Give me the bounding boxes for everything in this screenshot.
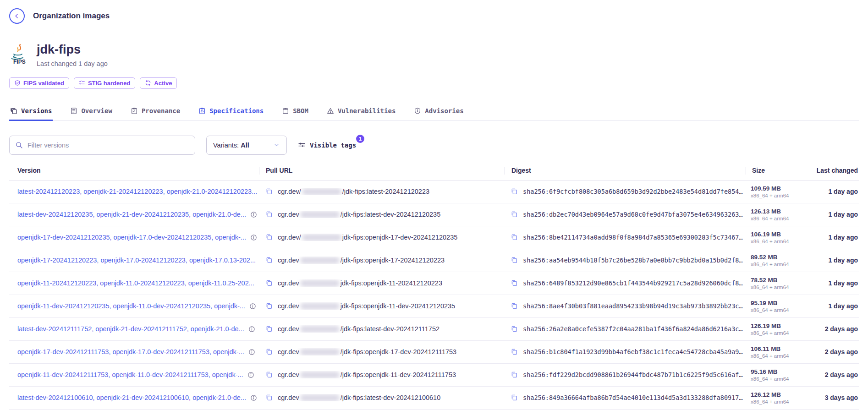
badge-stig-hardened[interactable]: STIG hardened <box>74 77 135 89</box>
tab-sbom[interactable]: SBOM <box>281 104 309 120</box>
arch-value: x86_64 + arm64 <box>751 353 789 359</box>
visible-tags-label: Visible tags <box>310 142 356 149</box>
version-link[interactable]: openjdk-17-202412120223, openjdk-17.0-20… <box>17 257 256 264</box>
search-icon <box>15 141 23 149</box>
visible-tags-button[interactable]: Visible tags 1 <box>298 141 359 149</box>
badge-label: STIG hardened <box>88 80 130 87</box>
pull-url: cgr.dev/jdk-fips:openjdk-11-dev-20241211… <box>278 371 456 378</box>
pull-url-cell: cgr.dev/jdk-fips:openjdk-11-dev-20241211… <box>259 371 504 378</box>
copy-icon[interactable] <box>511 211 518 218</box>
copy-icon[interactable] <box>511 257 518 264</box>
version-link[interactable]: latest-dev-202412100610, openjdk-21-dev-… <box>17 394 246 401</box>
copy-icon[interactable] <box>265 394 273 401</box>
pull-url-cell: cgr.dev/jdk-fips:openjdk-17-dev-20241211… <box>259 348 504 355</box>
copy-icon[interactable] <box>511 348 518 355</box>
java-fips-logo: FIPS <box>9 43 29 65</box>
version-link[interactable]: openjdk-17-dev-202412111753, openjdk-17.… <box>17 348 244 355</box>
clipboard-code-icon <box>198 107 206 115</box>
version-link[interactable]: latest-dev-202412111752, openjdk-21-dev-… <box>17 325 244 333</box>
copy-icon[interactable] <box>265 371 273 378</box>
last-changed-value: 2 days ago <box>825 325 858 333</box>
table-row: openjdk-17-202412120223, openjdk-17.0-20… <box>9 249 859 272</box>
last-changed-cell: 1 day ago <box>797 234 859 241</box>
filter-versions-searchbox <box>9 136 195 155</box>
redacted-org <box>300 349 340 355</box>
copy-icon[interactable] <box>511 188 518 195</box>
versions-table-body: latest-202412120223, openjdk-21-20241212… <box>9 180 859 410</box>
pull-url: cgr.dev/jdk-fips:openjdk-17-dev-20241212… <box>278 234 457 241</box>
tab-label: Advisories <box>425 107 463 115</box>
size-value: 78.52 MB <box>751 277 789 284</box>
pull-url-cell: cgr.dev/jdk-fips:openjdk-17-202412120223 <box>259 257 504 264</box>
copy-icon[interactable] <box>511 302 518 310</box>
size-cell: 78.52 MB x86_64 + arm64 <box>745 277 797 290</box>
warning-triangle-icon <box>327 107 334 115</box>
version-link[interactable]: openjdk-11-dev-202412111753, openjdk-11.… <box>17 371 243 378</box>
info-icon[interactable] <box>247 372 254 378</box>
info-icon[interactable] <box>249 303 256 310</box>
badge-active[interactable]: Active <box>140 77 177 89</box>
copy-icon[interactable] <box>265 325 273 333</box>
document-icon <box>70 107 77 115</box>
info-icon[interactable] <box>248 349 255 355</box>
tab-overview[interactable]: Overview <box>69 104 113 120</box>
size-value: 126.13 MB <box>751 208 789 215</box>
copy-icon[interactable] <box>265 302 273 310</box>
image-header: FIPS jdk-fips Last changed 1 day ago <box>9 43 859 67</box>
size-cell: 89.52 MB x86_64 + arm64 <box>745 254 797 267</box>
info-icon[interactable] <box>248 326 255 333</box>
copy-icon[interactable] <box>265 257 273 264</box>
version-link[interactable]: latest-dev-202412120235, openjdk-21-dev-… <box>17 211 246 218</box>
pull-url-cell: cgr.dev/jdk-fips:latest-dev-202412111752 <box>259 325 504 333</box>
info-icon[interactable] <box>250 211 257 218</box>
version-link[interactable]: openjdk-17-dev-202412120235, openjdk-17.… <box>17 234 246 241</box>
size-cell: 109.59 MB x86_64 + arm64 <box>745 185 797 198</box>
pull-url: cgr.devjdk-fips:openjdk-11-dev-202412120… <box>278 302 455 310</box>
table-row: latest-dev-202412100610, openjdk-21-dev-… <box>9 387 859 410</box>
copy-icon[interactable] <box>511 371 518 378</box>
copy-icon[interactable] <box>265 234 273 241</box>
tab-specifications[interactable]: Specifications <box>198 104 264 120</box>
table-row: openjdk-17-dev-202412120235, openjdk-17.… <box>9 226 859 249</box>
variants-dropdown[interactable]: Variants: All <box>206 136 287 155</box>
copy-icon[interactable] <box>511 234 518 241</box>
back-button[interactable] <box>9 8 25 24</box>
digest-value: sha256:aa54eb9544b18f5b7c26be528b7a0e8bb… <box>523 257 743 264</box>
digest-cell: sha256:8be42114734a0add98f0f8a984d7a8536… <box>504 234 745 241</box>
version-link[interactable]: latest-202412120223, openjdk-21-20241212… <box>17 188 257 195</box>
copy-icon[interactable] <box>511 279 518 287</box>
column-header-version: Version <box>9 167 259 174</box>
copy-icon[interactable] <box>265 188 273 195</box>
copy-icon[interactable] <box>511 394 518 401</box>
breadcrumb: Organization images <box>9 0 859 24</box>
size-value: 89.52 MB <box>751 254 789 261</box>
copy-icon[interactable] <box>511 325 518 333</box>
arch-value: x86_64 + arm64 <box>751 216 789 221</box>
version-cell: openjdk-11-dev-202412120235, openjdk-11.… <box>9 302 259 310</box>
page-title: Organization images <box>33 11 110 21</box>
pull-url-cell: cgr.dev//jdk-fips:latest-202412120223 <box>259 188 504 195</box>
tab-vulnerabilities[interactable]: Vulnerabilities <box>326 104 396 120</box>
tab-provenance[interactable]: Provenance <box>130 104 181 120</box>
last-changed-value: 2 days ago <box>825 348 858 355</box>
copy-icon[interactable] <box>265 279 273 287</box>
search-input[interactable] <box>27 142 189 149</box>
tab-advisories[interactable]: Advisories <box>413 104 464 120</box>
sliders-icon <box>298 141 306 149</box>
version-link[interactable]: openjdk-11-202412120223, openjdk-11.0-20… <box>17 279 254 287</box>
digest-value: sha256:8ae4f30b03f881eaad8954233b98b94d1… <box>523 302 743 310</box>
pull-url: cgr.dev/jdk-fips:openjdk-17-dev-20241211… <box>278 348 456 355</box>
tab-versions[interactable]: Versions <box>9 104 53 120</box>
info-icon[interactable] <box>250 394 257 401</box>
last-changed-value: 1 day ago <box>828 211 858 218</box>
tab-label: SBOM <box>293 107 308 115</box>
redacted-org <box>300 257 340 264</box>
copy-icon[interactable] <box>265 348 273 355</box>
column-header-digest: Digest <box>505 167 746 174</box>
digest-cell: sha256:6f9cfcbf808c305a6b8d659b3d92d2bbe… <box>504 188 745 195</box>
badge-fips-validated[interactable]: FIPS validated <box>9 77 69 89</box>
column-header-pull-url: Pull URL <box>259 167 505 174</box>
version-link[interactable]: openjdk-11-dev-202412120235, openjdk-11.… <box>17 302 245 310</box>
info-icon[interactable] <box>250 234 257 241</box>
copy-icon[interactable] <box>265 211 273 218</box>
